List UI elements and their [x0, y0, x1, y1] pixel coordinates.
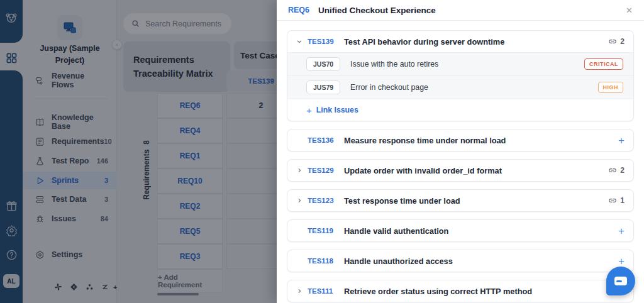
link-icon [608, 196, 617, 205]
linked-issue-row[interactable]: JUS70 Issue with the auto retires CRITIC… [287, 52, 633, 75]
test-case-title: Update order with invalid order_id forma… [344, 166, 502, 175]
test-case-list: TES139 Test API behavior during server d… [277, 21, 644, 302]
linked-issue-count[interactable]: 1 [608, 196, 625, 205]
test-case-id[interactable]: TES129 [308, 167, 344, 174]
add-link-icon[interactable]: + [618, 256, 625, 267]
severity-badge-critical: CRITICAL [584, 58, 623, 70]
link-icon [608, 37, 617, 46]
requirement-title: Unified Checkout Experience [318, 6, 436, 15]
chat-icon [614, 277, 627, 285]
test-case-id[interactable]: TES139 [308, 38, 344, 45]
test-case-title: Measure response time under normal load [344, 136, 506, 145]
severity-badge-high: HIGH [598, 82, 624, 93]
test-case-id[interactable]: TES123 [308, 197, 344, 204]
test-case-title: Handle unauthorized access [344, 256, 453, 266]
add-link-icon[interactable]: + [618, 135, 625, 146]
test-case-title: Retrieve order status using correct HTTP… [344, 287, 532, 296]
requirement-detail-drawer: REQ6 Unified Checkout Experience ✕ TES13… [277, 0, 644, 303]
linked-issue-count[interactable]: 2 [608, 37, 625, 46]
test-case-title: Test response time under load [344, 196, 460, 206]
chevron-right-icon[interactable] [296, 197, 308, 204]
linked-issue-row[interactable]: JUS79 Error in checkout page HIGH [287, 75, 633, 99]
requirement-id[interactable]: REQ6 [288, 6, 309, 14]
test-case-row[interactable]: TES118 Handle unauthorized access + [287, 250, 633, 272]
test-case-card-tes119: TES119 Handle valid authentication + [287, 219, 634, 242]
test-case-card-tes139: TES139 Test API behavior during server d… [287, 30, 634, 121]
test-case-title: Test API behavior during server downtime [344, 37, 504, 47]
modal-dim-overlay[interactable] [0, 0, 277, 303]
test-case-id[interactable]: TES136 [308, 136, 344, 144]
linked-issue-count[interactable]: 2 [608, 166, 625, 175]
plus-icon: + [306, 105, 312, 116]
test-case-id[interactable]: TES111 [308, 287, 344, 295]
issue-title: Error in checkout page [350, 83, 428, 92]
test-case-title: Handle valid authentication [344, 226, 448, 236]
test-case-id[interactable]: TES119 [308, 227, 344, 234]
chat-widget-button[interactable] [606, 267, 635, 295]
test-case-row[interactable]: TES123 Test response time under load 1 [287, 190, 633, 211]
test-case-id[interactable]: TES118 [308, 257, 344, 265]
issue-id-badge[interactable]: JUS79 [306, 80, 340, 94]
test-case-row[interactable]: TES136 Measure response time under norma… [287, 129, 633, 151]
drawer-header: REQ6 Unified Checkout Experience ✕ [277, 0, 644, 21]
test-case-card-tes123: TES123 Test response time under load 1 [287, 189, 634, 212]
issue-id-badge[interactable]: JUS70 [306, 57, 340, 71]
close-icon[interactable]: ✕ [626, 6, 633, 15]
test-case-row[interactable]: TES129 Update order with invalid order_i… [287, 160, 633, 181]
test-case-card-tes136: TES136 Measure response time under norma… [287, 129, 634, 152]
add-link-icon[interactable]: + [618, 226, 625, 236]
test-case-card-tes118: TES118 Handle unauthorized access + [287, 250, 634, 272]
test-case-row[interactable]: TES139 Test API behavior during server d… [287, 31, 633, 52]
test-case-row[interactable]: TES119 Handle valid authentication + [287, 220, 633, 241]
chevron-right-icon[interactable] [296, 167, 308, 174]
test-case-card-tes111: TES111 Retrieve order status using corre… [287, 280, 634, 302]
chevron-down-icon[interactable] [296, 38, 308, 45]
test-case-card-tes129: TES129 Update order with invalid order_i… [287, 159, 634, 182]
test-case-row[interactable]: TES111 Retrieve order status using corre… [287, 280, 633, 302]
issue-title: Issue with the auto retires [350, 60, 438, 69]
link-icon [608, 166, 617, 175]
chevron-right-icon[interactable] [296, 288, 308, 294]
link-issues-button[interactable]: + Link Issues [287, 99, 633, 121]
